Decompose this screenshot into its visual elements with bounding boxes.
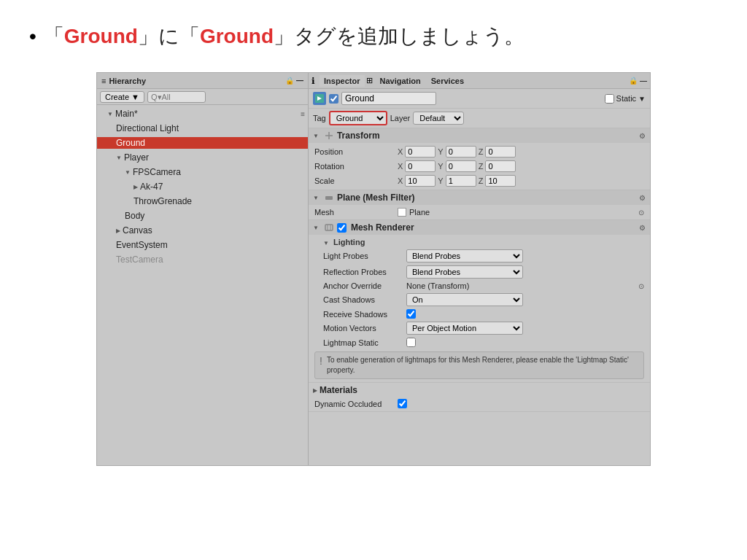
list-item[interactable]: TestCamera	[97, 252, 308, 267]
svg-rect-5	[325, 225, 333, 230]
mesh-filter-header[interactable]: Plane (Mesh Filter) ⚙	[309, 190, 650, 205]
list-item[interactable]: Body	[97, 209, 308, 223]
mesh-row: Mesh Plane ⊙	[309, 206, 650, 218]
scene-options: ≡	[301, 110, 305, 118]
rot-x-input[interactable]	[405, 160, 436, 172]
rot-y-input[interactable]	[446, 160, 476, 172]
transform-header[interactable]: Transform ⚙	[309, 128, 650, 143]
object-name-input[interactable]	[341, 92, 436, 105]
mesh-renderer-title: Mesh Renderer	[351, 222, 636, 233]
suffix2: 」タグを追加しましょう。	[274, 25, 525, 47]
object-active-checkbox[interactable]	[329, 94, 338, 104]
ground-label: Ground	[116, 138, 145, 148]
hierarchy-search[interactable]	[147, 91, 206, 103]
motion-vectors-row: Motion Vectors Per Object Motion	[317, 320, 650, 336]
scale-y-input[interactable]	[446, 175, 476, 187]
create-button[interactable]: Create ▼	[100, 91, 144, 103]
layer-select[interactable]: Default	[413, 112, 464, 125]
reflection-probes-select[interactable]: Blend Probes	[406, 265, 523, 279]
cast-shadows-row: Cast Shadows On	[317, 292, 650, 308]
throwgrenade-label: ThrowGrenade	[133, 196, 192, 206]
directional-light-label: Directional Light	[116, 123, 179, 133]
mesh-filter-title: Plane (Mesh Filter)	[337, 192, 636, 203]
tree-row-canvas: Canvas	[97, 225, 308, 236]
inspector-tabs: ℹ Inspector ⊞ Navigation Services 🔒 —	[309, 73, 650, 89]
mesh-renderer-actions: ⚙	[639, 224, 646, 232]
lightmap-static-label: Lightmap Static	[323, 338, 403, 347]
mesh-filter-expand-icon	[313, 195, 319, 201]
tab-inspector[interactable]: Inspector	[320, 75, 365, 87]
tab-navigation[interactable]: Navigation	[376, 75, 425, 87]
mesh-filter-settings-icon[interactable]: ⚙	[639, 194, 646, 202]
mesh-renderer-icon	[324, 222, 334, 233]
motion-vectors-select[interactable]: Per Object Motion	[406, 322, 523, 335]
dynamic-occluded-checkbox[interactable]	[398, 399, 407, 408]
list-item[interactable]: Ak-47	[97, 179, 308, 194]
list-item[interactable]: Player	[97, 150, 308, 165]
receive-shadows-checkbox[interactable]	[406, 309, 416, 319]
tree-row-fpscamera: FPSCamera	[97, 166, 308, 178]
tag-select[interactable]: Ground	[329, 111, 387, 125]
mesh-renderer-settings-icon[interactable]: ⚙	[639, 224, 646, 232]
hierarchy-panel: ≡ Hierarchy 🔒 — Create ▼ Main* ≡	[97, 73, 309, 465]
eventsystem-label: EventSystem	[116, 240, 168, 250]
mesh-renderer-active-checkbox[interactable]	[337, 223, 347, 233]
mesh-filter-component: Plane (Mesh Filter) ⚙ Mesh Plane ⊙	[309, 190, 650, 220]
light-probes-row: Light Probes Blend Probes	[317, 248, 650, 264]
transform-body: Position X Y Z Rotation	[309, 143, 650, 190]
svg-rect-4	[325, 196, 333, 200]
mesh-renderer-header[interactable]: Mesh Renderer ⚙	[309, 220, 650, 235]
rot-z-input[interactable]	[485, 160, 516, 172]
lightmap-static-checkbox[interactable]	[406, 338, 416, 347]
body-label: Body	[125, 211, 144, 221]
pos-x-input[interactable]	[405, 146, 436, 158]
scale-label: Scale	[314, 176, 395, 185]
list-item[interactable]: Directional Light	[97, 121, 308, 136]
materials-row[interactable]: Materials	[309, 382, 650, 397]
scene-row: Main* ≡	[97, 108, 308, 120]
mesh-renderer-body: Lighting Light Probes Blend Probes Refle…	[309, 235, 650, 411]
pos-y-input[interactable]	[446, 146, 476, 158]
mesh-value: Plane	[409, 208, 635, 217]
instruction-text: 「Ground」に「Ground」タグを追加しましょう。	[44, 22, 525, 50]
mesh-renderer-component: Mesh Renderer ⚙ Lighting Light	[309, 220, 650, 412]
prefix: 「	[44, 25, 64, 47]
static-text: Static	[616, 94, 637, 103]
word2: Ground	[200, 25, 274, 47]
reflection-probes-row: Reflection Probes Blend Probes	[317, 264, 650, 280]
expand-player-icon	[116, 155, 122, 161]
list-item[interactable]: ThrowGrenade	[97, 194, 308, 209]
list-item[interactable]: Canvas	[97, 223, 308, 238]
list-item[interactable]: EventSystem	[97, 238, 308, 252]
static-dropdown[interactable]: ▼	[638, 95, 646, 103]
tree-row-directional-light: Directional Light	[97, 122, 308, 134]
scale-x-label: X	[398, 176, 403, 185]
cast-shadows-select[interactable]: On	[406, 293, 523, 306]
anchor-override-gear-icon[interactable]: ⊙	[638, 282, 644, 290]
mesh-gear-icon[interactable]: ⊙	[638, 209, 644, 217]
list-item[interactable]: Ground	[97, 136, 308, 150]
light-probes-select[interactable]: Blend Probes	[406, 249, 523, 262]
ak47-label: Ak-47	[140, 182, 163, 192]
transform-component: Transform ⚙ Position X Y	[309, 128, 650, 190]
rot-z-label: Z	[479, 162, 484, 171]
tree-row-testcamera: TestCamera	[97, 254, 308, 265]
object-icon	[313, 92, 326, 105]
dynamic-occluded-row: Dynamic Occluded	[309, 397, 650, 410]
scale-x-input[interactable]	[405, 175, 436, 187]
list-item[interactable]: FPSCamera	[97, 165, 308, 179]
scale-z-input[interactable]	[485, 175, 516, 187]
hierarchy-title: Hierarchy	[109, 77, 146, 85]
static-checkbox[interactable]	[605, 94, 614, 104]
tag-label: Tag	[313, 114, 326, 122]
scene-root-item[interactable]: Main* ≡	[97, 106, 308, 121]
transform-settings-icon[interactable]: ⚙	[639, 132, 646, 140]
unity-editor: ≡ Hierarchy 🔒 — Create ▼ Main* ≡	[96, 72, 651, 466]
tree-row-body: Body	[97, 210, 308, 222]
mesh-filter-body: Mesh Plane ⊙	[309, 205, 650, 219]
mesh-filter-icon	[324, 192, 334, 203]
hierarchy-toolbar: Create ▼	[97, 89, 308, 105]
pos-z-input[interactable]	[485, 146, 516, 158]
scale-axes: X Y Z	[398, 175, 644, 187]
tab-services[interactable]: Services	[427, 75, 468, 87]
